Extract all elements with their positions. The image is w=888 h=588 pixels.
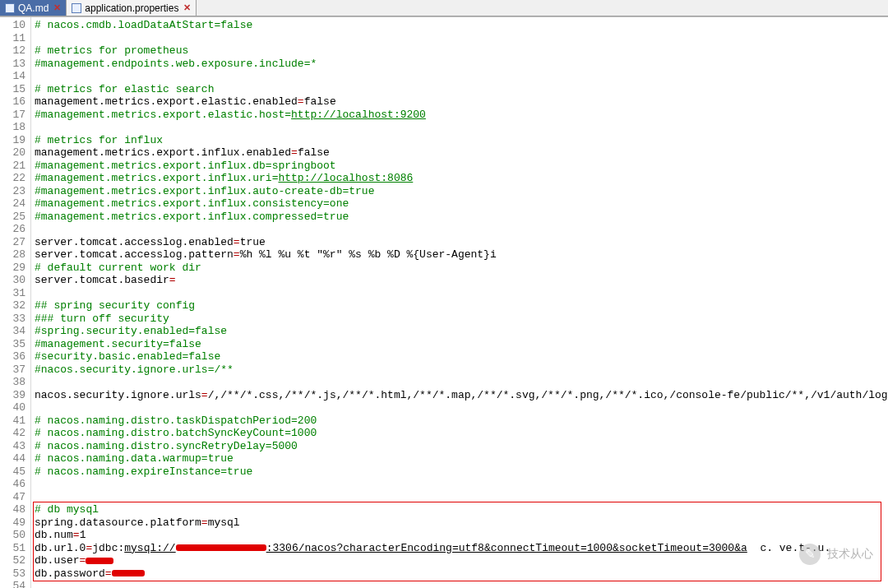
line-number: 24	[0, 197, 30, 211]
line-number: 49	[0, 516, 30, 530]
code-line	[35, 376, 888, 389]
code-line: # db mysql	[35, 503, 888, 516]
code-line: db.num=1	[35, 529, 888, 542]
line-number: 52	[0, 554, 30, 567]
tab-label: QA.md	[18, 2, 49, 14]
code-line	[35, 401, 888, 414]
line-number: 25	[0, 211, 30, 224]
line-number: 16	[0, 95, 30, 109]
code-line: management.metrics.export.influx.enabled…	[35, 146, 888, 160]
code-line: ### turn off security	[35, 313, 888, 326]
code-line: #nacos.security.ignore.urls=/**	[35, 363, 888, 377]
line-number: 11	[0, 32, 30, 45]
tab-qa-md[interactable]: QA.md ✕	[0, 0, 67, 16]
line-number: 21	[0, 160, 30, 173]
tab-label: application.properties	[85, 2, 178, 14]
line-number: 43	[0, 440, 30, 453]
file-icon	[72, 3, 81, 13]
line-number: 23	[0, 185, 30, 198]
code-line: #management.metrics.export.influx.compre…	[35, 211, 888, 224]
line-number: 19	[0, 134, 30, 147]
code-line: # nacos.naming.expireInstance=true	[35, 465, 888, 479]
watermark-text: 技术从心	[827, 547, 873, 562]
line-number: 36	[0, 350, 30, 363]
code-line: #security.basic.enabled=false	[35, 350, 888, 363]
line-number: 54	[0, 580, 30, 588]
code-line	[35, 580, 888, 588]
line-number: 34	[0, 325, 30, 338]
code-line: # default current work dir	[35, 262, 888, 275]
code-line: server.tomcat.accesslog.enabled=true	[35, 236, 888, 249]
code-line: # metrics for elastic search	[35, 83, 888, 96]
code-line	[35, 478, 888, 491]
tab-bar: QA.md ✕ application.properties ✕	[0, 0, 888, 16]
code-line: nacos.security.ignore.urls=/,/**/*.css,/…	[35, 389, 888, 402]
close-icon[interactable]: ✕	[182, 2, 191, 13]
line-number: 39	[0, 389, 30, 402]
line-number: 48	[0, 503, 30, 516]
code-area[interactable]: ✎ 技术从心 # nacos.cmdb.loadDataAtStart=fals…	[31, 17, 888, 588]
line-number: 26	[0, 223, 30, 236]
line-number: 50	[0, 529, 30, 542]
line-number: 38	[0, 376, 30, 389]
code-line: #management.metrics.export.influx.auto-c…	[35, 185, 888, 198]
line-number: 13	[0, 58, 30, 71]
line-number: 30	[0, 274, 30, 287]
code-line	[35, 32, 888, 45]
line-number: 40	[0, 401, 30, 414]
line-number: 18	[0, 121, 30, 134]
line-number: 32	[0, 299, 30, 313]
line-number: 35	[0, 338, 30, 351]
line-number: 27	[0, 236, 30, 249]
line-number: 33	[0, 313, 30, 326]
code-line: # nacos.naming.distro.taskDispatchPeriod…	[35, 414, 888, 428]
watermark: ✎ 技术从心	[799, 544, 873, 565]
line-number: 15	[0, 83, 30, 96]
code-line: #management.metrics.export.influx.consis…	[35, 197, 888, 211]
line-number: 53	[0, 567, 30, 581]
line-number: 17	[0, 109, 30, 122]
code-line: # nacos.cmdb.loadDataAtStart=false	[35, 19, 888, 32]
code-line: #management.metrics.export.influx.uri=ht…	[35, 172, 888, 185]
code-editor[interactable]: 1011121314151617181920212223242526272829…	[0, 16, 888, 588]
line-number: 29	[0, 262, 30, 275]
code-line: #spring.security.enabled=false	[35, 325, 888, 338]
line-number: 22	[0, 172, 30, 185]
line-number: 42	[0, 427, 30, 440]
line-number: 44	[0, 452, 30, 465]
code-line	[35, 491, 888, 504]
close-icon[interactable]: ✕	[52, 2, 61, 13]
line-number: 10	[0, 19, 30, 32]
code-line	[35, 287, 888, 300]
code-line: # metrics for prometheus	[35, 44, 888, 58]
line-number: 20	[0, 146, 30, 160]
code-line: ## spring security config	[35, 299, 888, 313]
code-line: management.metrics.export.elastic.enable…	[35, 95, 888, 109]
line-number: 37	[0, 363, 30, 377]
line-number: 14	[0, 70, 30, 83]
code-line	[35, 70, 888, 83]
code-line: # nacos.naming.distro.syncRetryDelay=500…	[35, 440, 888, 453]
code-line: db.user=	[35, 554, 888, 567]
line-number: 41	[0, 414, 30, 428]
tab-application-properties[interactable]: application.properties ✕	[67, 0, 197, 16]
code-line: # nacos.naming.data.warmup=true	[35, 452, 888, 465]
line-number: 45	[0, 465, 30, 479]
code-line: # nacos.naming.distro.batchSyncKeyCount=…	[35, 427, 888, 440]
line-number: 31	[0, 287, 30, 300]
watermark-icon: ✎	[799, 544, 821, 565]
code-line	[35, 223, 888, 236]
code-line: #management.metrics.export.influx.db=spr…	[35, 160, 888, 173]
line-number: 28	[0, 248, 30, 262]
code-line: db.password=	[35, 567, 888, 581]
code-line: server.tomcat.accesslog.pattern=%h %l %u…	[35, 248, 888, 262]
code-line: # metrics for influx	[35, 134, 888, 147]
code-line	[35, 121, 888, 134]
line-number: 12	[0, 44, 30, 58]
line-number: 47	[0, 491, 30, 504]
code-line: spring.datasource.platform=mysql	[35, 516, 888, 530]
line-number: 51	[0, 542, 30, 555]
code-line: db.url.0=jdbc:mysql://:3306/nacos?charac…	[35, 542, 888, 555]
code-line: #management.endpoints.web.exposure.inclu…	[35, 58, 888, 71]
file-icon	[5, 3, 15, 13]
